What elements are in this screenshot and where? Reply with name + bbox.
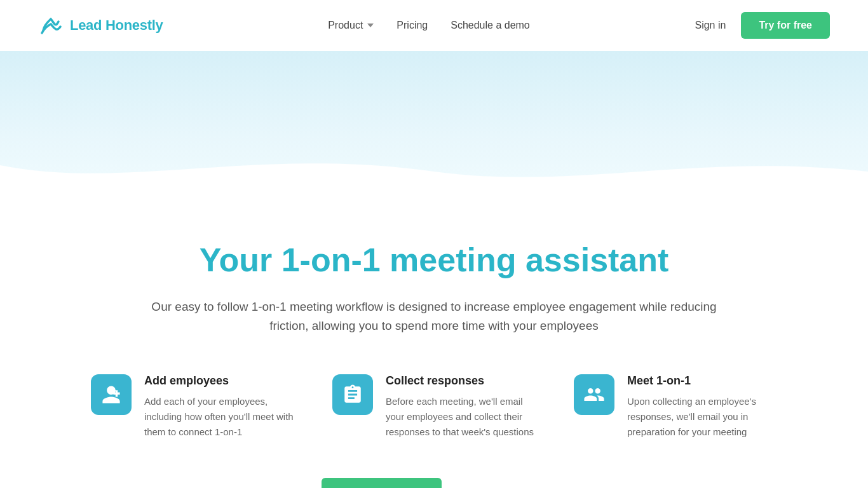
- header: Lead Honestly Product Pricing Schedule a…: [0, 0, 868, 51]
- users-icon: [583, 384, 605, 405]
- get-started-button[interactable]: Get started →: [322, 478, 442, 488]
- chevron-down-icon: [367, 24, 374, 27]
- meet-1on1-heading: Meet 1-on-1: [627, 374, 777, 388]
- main-content: Your 1-on-1 meeting assistant Our easy t…: [0, 191, 868, 488]
- collect-responses-description: Before each meeting, we'll email your em…: [386, 394, 536, 440]
- logo-text: Lead Honestly: [70, 17, 163, 34]
- collect-responses-text: Collect responses Before each meeting, w…: [386, 374, 536, 440]
- wave-decoration: [0, 140, 868, 191]
- collect-responses-icon-box: [332, 374, 373, 415]
- meet-1on1-description: Upon collecting an employee's responses,…: [627, 394, 777, 440]
- features-row: Add employees Add each of your employees…: [38, 374, 830, 440]
- add-employees-heading: Add employees: [144, 374, 294, 388]
- try-free-button[interactable]: Try for free: [741, 12, 830, 39]
- cta-row: Get started → or schedule a demo: [38, 478, 830, 488]
- add-employees-description: Add each of your employees, including ho…: [144, 394, 294, 440]
- add-employees-icon-box: [91, 374, 132, 415]
- hero-section: [0, 51, 868, 191]
- feature-add-employees: Add employees Add each of your employees…: [91, 374, 294, 440]
- page-title: Your 1-on-1 meeting assistant: [38, 241, 830, 280]
- main-nav: Product Pricing Schedule a demo: [328, 20, 530, 31]
- user-plus-icon: [100, 384, 122, 405]
- nav-pricing[interactable]: Pricing: [397, 20, 428, 31]
- nav-schedule[interactable]: Schedule a demo: [451, 20, 530, 31]
- page-subtitle: Our easy to follow 1-on-1 meeting workfl…: [148, 297, 720, 336]
- logo-link[interactable]: Lead Honestly: [38, 13, 163, 38]
- clipboard-icon: [342, 384, 363, 405]
- sign-in-link[interactable]: Sign in: [695, 20, 726, 31]
- logo-icon: [38, 13, 64, 38]
- auth-area: Sign in Try for free: [695, 12, 830, 39]
- meet-1on1-text: Meet 1-on-1 Upon collecting an employee'…: [627, 374, 777, 440]
- add-employees-text: Add employees Add each of your employees…: [144, 374, 294, 440]
- collect-responses-heading: Collect responses: [386, 374, 536, 388]
- nav-product[interactable]: Product: [328, 20, 374, 31]
- meet-1on1-icon-box: [574, 374, 614, 415]
- feature-collect-responses: Collect responses Before each meeting, w…: [332, 374, 536, 440]
- feature-meet-1on1: Meet 1-on-1 Upon collecting an employee'…: [574, 374, 777, 440]
